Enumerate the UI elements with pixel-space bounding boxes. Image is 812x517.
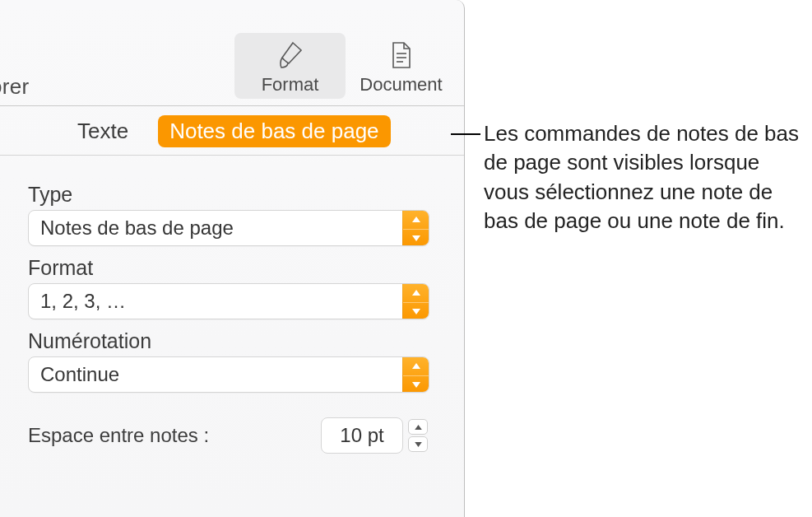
format-button[interactable]: Format [234,33,346,99]
document-button[interactable]: Document [346,33,457,99]
paintbrush-icon [238,38,342,72]
spacing-row: Espace entre notes : 10 pt [28,417,429,454]
inspector-panel: orer Format [0,0,465,517]
spacing-stepper [408,417,429,454]
spacing-step-down[interactable] [408,436,428,452]
document-icon [349,38,453,72]
popup-arrows-icon [402,357,429,393]
format-label: Format [28,256,429,280]
spacing-label: Espace entre notes : [28,424,209,447]
spacing-value-field[interactable]: 10 pt [321,417,403,454]
type-popup-value: Notes de bas de page [29,217,429,240]
callout-text: Les commandes de notes de bas de page so… [484,119,803,235]
toolbar: orer Format [0,0,465,105]
toolbar-button-group: Format Document [234,33,457,99]
popup-arrows-icon [402,284,429,319]
format-button-label: Format [238,74,342,95]
format-popup[interactable]: 1, 2, 3, … [28,283,429,319]
numbering-label: Numérotation [28,329,429,353]
type-popup[interactable]: Notes de bas de page [28,210,429,246]
numbering-popup-value: Continue [29,363,429,386]
format-popup-value: 1, 2, 3, … [29,290,429,313]
callout-leader-line [451,133,480,135]
numbering-popup[interactable]: Continue [28,356,429,393]
popup-arrows-icon [402,211,429,246]
spacing-step-up[interactable] [408,419,428,435]
truncated-toolbar-label: orer [0,74,29,100]
footnotes-controls: Type Notes de bas de page Format 1, 2, 3… [28,173,429,454]
document-button-label: Document [349,74,453,95]
inspector-tabs: Texte Notes de bas de page [0,111,464,151]
spacing-control: 10 pt [321,417,429,454]
type-label: Type [28,183,429,207]
tab-footnotes[interactable]: Notes de bas de page [158,115,390,147]
tabs-divider [0,155,464,156]
toolbar-divider [0,105,464,106]
tab-text[interactable]: Texte [66,116,140,147]
